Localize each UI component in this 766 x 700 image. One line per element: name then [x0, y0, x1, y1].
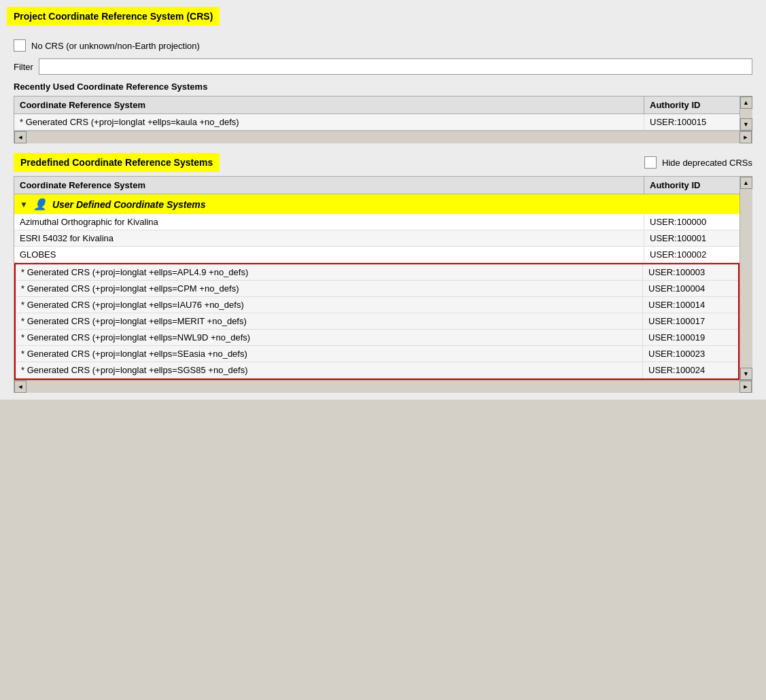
predefined-row-6-crs: * Generated CRS (+proj=longlat +ellps=ME…: [16, 313, 643, 329]
predefined-row-6[interactable]: * Generated CRS (+proj=longlat +ellps=ME…: [16, 313, 738, 330]
user-group-icon: 👤: [33, 198, 47, 211]
no-crs-row: No CRS (or unknown/non-Earth projection): [14, 39, 752, 52]
predefined-row-9[interactable]: * Generated CRS (+proj=longlat +ellps=SG…: [16, 362, 738, 379]
predefined-vscroll: ▲ ▼: [739, 177, 752, 380]
predefined-row-0[interactable]: Azimuthal Orthographic for Kivalina USER…: [14, 214, 739, 230]
predefined-content: Coordinate Reference System Authority ID…: [14, 177, 739, 380]
recently-used-table: Coordinate Reference System Authority ID…: [14, 96, 752, 143]
predefined-row-5-crs: * Generated CRS (+proj=longlat +ellps=IA…: [16, 297, 643, 313]
predefined-row-4-auth: USER:100004: [643, 281, 738, 296]
predefined-hscroll: ◄ ►: [14, 380, 752, 392]
predefined-scroll-left[interactable]: ◄: [14, 381, 27, 393]
recently-used-scroll-down[interactable]: ▼: [740, 118, 752, 130]
predefined-row-9-crs: * Generated CRS (+proj=longlat +ellps=SG…: [16, 362, 643, 378]
group-label: User Defined Coordinate Systems: [52, 199, 206, 210]
main-container: Project Coordinate Reference System (CRS…: [0, 0, 766, 400]
filter-label: Filter: [14, 62, 33, 72]
recently-used-section: Recently Used Coordinate Reference Syste…: [14, 82, 752, 143]
recently-used-scroll-track: [740, 109, 752, 118]
recently-used-scroll-right[interactable]: ►: [739, 131, 752, 143]
predefined-header-row: Predefined Coordinate Reference Systems …: [14, 153, 752, 172]
predefined-row-0-crs: Azimuthal Orthographic for Kivalina: [14, 214, 644, 230]
page-title: Project Coordinate Reference System (CRS…: [7, 7, 220, 26]
recently-used-hscroll: ◄ ►: [14, 130, 752, 143]
recently-used-row-auth: USER:100015: [644, 114, 739, 130]
recently-used-content: Coordinate Reference System Authority ID…: [14, 97, 739, 130]
predefined-row-1-crs: ESRI 54032 for Kivalina: [14, 230, 644, 246]
predefined-row-8-crs: * Generated CRS (+proj=longlat +ellps=SE…: [16, 346, 643, 362]
recently-used-row[interactable]: * Generated CRS (+proj=longlat +ellps=ka…: [14, 114, 739, 130]
predefined-row-1[interactable]: ESRI 54032 for Kivalina USER:100001: [14, 230, 739, 247]
predefined-row-8[interactable]: * Generated CRS (+proj=longlat +ellps=SE…: [16, 346, 738, 362]
predefined-row-3-crs: * Generated CRS (+proj=longlat +ellps=AP…: [16, 264, 643, 280]
predefined-row-4-crs: * Generated CRS (+proj=longlat +ellps=CP…: [16, 281, 643, 296]
predefined-row-5[interactable]: * Generated CRS (+proj=longlat +ellps=IA…: [16, 297, 738, 313]
predefined-row-9-auth: USER:100024: [643, 362, 738, 378]
recently-used-scroll-left[interactable]: ◄: [14, 131, 27, 143]
recently-used-vscroll: ▲ ▼: [739, 97, 752, 130]
hide-deprecated-label: Hide deprecated CRSs: [662, 158, 752, 168]
predefined-row-1-auth: USER:100001: [644, 230, 739, 246]
predefined-row-2-auth: USER:100002: [644, 247, 739, 262]
top-section: No CRS (or unknown/non-Earth projection)…: [7, 33, 759, 393]
predefined-section: Predefined Coordinate Reference Systems …: [14, 153, 752, 393]
predefined-row-2[interactable]: GLOBES USER:100002: [14, 247, 739, 263]
recently-used-header: Coordinate Reference System Authority ID: [14, 97, 739, 114]
highlighted-rows-container: * Generated CRS (+proj=longlat +ellps=AP…: [14, 263, 739, 380]
predefined-scroll-right[interactable]: ►: [739, 381, 752, 393]
predefined-table-inner: Coordinate Reference System Authority ID…: [14, 177, 752, 380]
predefined-htrack: [27, 381, 739, 393]
predefined-row-7[interactable]: * Generated CRS (+proj=longlat +ellps=NW…: [16, 330, 738, 346]
predefined-row-5-auth: USER:100014: [643, 297, 738, 313]
predefined-row-0-auth: USER:100000: [644, 214, 739, 230]
filter-row: Filter: [14, 58, 752, 75]
predefined-row-3[interactable]: * Generated CRS (+proj=longlat +ellps=AP…: [16, 264, 738, 281]
predefined-col-auth-header: Authority ID: [644, 177, 739, 194]
recently-used-col-auth-header: Authority ID: [644, 97, 739, 113]
recently-used-scroll-up[interactable]: ▲: [740, 97, 752, 109]
predefined-row-2-crs: GLOBES: [14, 247, 644, 262]
predefined-row-4[interactable]: * Generated CRS (+proj=longlat +ellps=CP…: [16, 281, 738, 297]
hide-deprecated-checkbox[interactable]: [644, 156, 657, 169]
predefined-row-7-auth: USER:100019: [643, 330, 738, 345]
hide-deprecated-row: Hide deprecated CRSs: [644, 156, 752, 169]
user-defined-group-row[interactable]: ▼ 👤 User Defined Coordinate Systems: [14, 194, 739, 214]
predefined-scroll-track: [740, 189, 752, 368]
predefined-col-crs-header: Coordinate Reference System: [14, 177, 644, 194]
predefined-table: Coordinate Reference System Authority ID…: [14, 176, 752, 393]
recently-used-table-inner: Coordinate Reference System Authority ID…: [14, 97, 752, 130]
no-crs-checkbox[interactable]: [14, 39, 26, 52]
recently-used-label: Recently Used Coordinate Reference Syste…: [14, 82, 752, 92]
predefined-row-8-auth: USER:100023: [643, 346, 738, 362]
group-triangle-icon: ▼: [20, 200, 28, 209]
no-crs-label: No CRS (or unknown/non-Earth projection): [31, 41, 200, 51]
predefined-label: Predefined Coordinate Reference Systems: [14, 153, 220, 172]
predefined-scroll-up[interactable]: ▲: [740, 177, 752, 189]
recently-used-row-crs: * Generated CRS (+proj=longlat +ellps=ka…: [14, 114, 644, 130]
recently-used-htrack: [27, 131, 739, 143]
predefined-scroll-down[interactable]: ▼: [740, 368, 752, 380]
predefined-header: Coordinate Reference System Authority ID: [14, 177, 739, 194]
predefined-row-6-auth: USER:100017: [643, 313, 738, 329]
recently-used-col-crs-header: Coordinate Reference System: [14, 97, 644, 113]
filter-input[interactable]: [39, 58, 752, 75]
predefined-row-7-crs: * Generated CRS (+proj=longlat +ellps=NW…: [16, 330, 643, 345]
predefined-row-3-auth: USER:100003: [643, 264, 738, 280]
